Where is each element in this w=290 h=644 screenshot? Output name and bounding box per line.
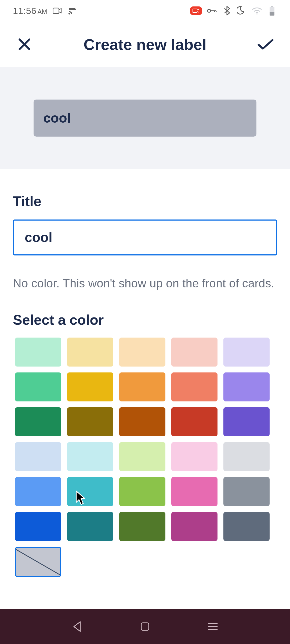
system-nav-bar [0,609,290,644]
form-content: Title No color. This won't show up on th… [0,169,290,577]
battery-icon [267,6,277,16]
svg-rect-2 [193,9,197,13]
svg-rect-7 [270,12,274,16]
color-swatch[interactable] [15,338,61,367]
color-swatch[interactable] [223,442,270,471]
color-swatch[interactable] [119,512,165,541]
close-button[interactable] [15,35,34,54]
color-swatch[interactable] [171,477,218,506]
nav-recent-button[interactable] [205,619,221,635]
no-color-swatch[interactable] [15,547,61,577]
color-swatch[interactable] [15,442,61,471]
status-right [190,6,277,16]
title-field-label: Title [13,193,277,209]
label-preview-area: cool [0,67,290,169]
color-swatch[interactable] [119,477,165,506]
screen-record-icon [190,6,202,15]
nav-recent-icon [208,622,218,631]
svg-point-4 [256,13,258,14]
color-swatch[interactable] [223,477,270,506]
color-swatch[interactable] [119,338,165,367]
svg-point-3 [208,9,211,12]
svg-rect-0 [53,8,59,13]
color-swatch[interactable] [171,512,218,541]
confirm-button[interactable] [256,35,275,54]
do-not-disturb-icon [237,6,247,16]
nav-home-icon [140,621,150,632]
title-input[interactable] [13,219,277,255]
color-swatch[interactable] [223,338,270,367]
color-swatch[interactable] [15,372,61,401]
color-swatch[interactable] [171,407,218,436]
close-icon [17,37,31,51]
wifi-icon [252,6,262,16]
svg-rect-5 [271,6,273,7]
app-bar: Create new label [0,21,290,67]
color-swatch[interactable] [223,512,270,541]
color-grid [13,338,277,577]
bluetooth-icon [222,6,232,16]
color-swatch[interactable] [119,407,165,436]
color-swatch[interactable] [119,442,165,471]
nav-back-icon [72,621,82,632]
status-left: 11:56AM [13,6,77,16]
svg-point-1 [68,13,70,14]
status-bar: 11:56AM [0,0,290,21]
color-swatch[interactable] [15,512,61,541]
nav-back-button[interactable] [69,619,85,635]
status-time-ampm: AM [38,8,47,15]
color-swatch[interactable] [171,442,218,471]
select-color-label: Select a color [13,312,277,328]
color-helper-text: No color. This won't show up on the fron… [13,275,277,292]
color-swatch[interactable] [67,372,113,401]
color-swatch[interactable] [67,338,113,367]
color-swatch[interactable] [223,372,270,401]
vpn-key-icon [207,6,217,16]
color-swatch[interactable] [67,512,113,541]
color-swatch[interactable] [223,407,270,436]
nav-home-button[interactable] [137,619,153,635]
color-swatch[interactable] [15,407,61,436]
color-swatch[interactable] [15,477,61,506]
color-swatch[interactable] [67,442,113,471]
color-swatch[interactable] [67,477,113,506]
video-camera-icon [52,6,62,16]
color-swatch[interactable] [119,372,165,401]
check-icon [257,38,274,51]
status-time-hhmm: 11:56 [13,6,37,16]
status-time: 11:56AM [13,6,47,16]
page-title: Create new label [34,35,256,53]
color-swatch[interactable] [171,338,218,367]
color-swatch[interactable] [171,372,218,401]
cast-icon [67,6,77,16]
svg-rect-8 [141,623,149,630]
label-preview-chip: cool [34,100,256,137]
color-swatch[interactable] [67,407,113,436]
